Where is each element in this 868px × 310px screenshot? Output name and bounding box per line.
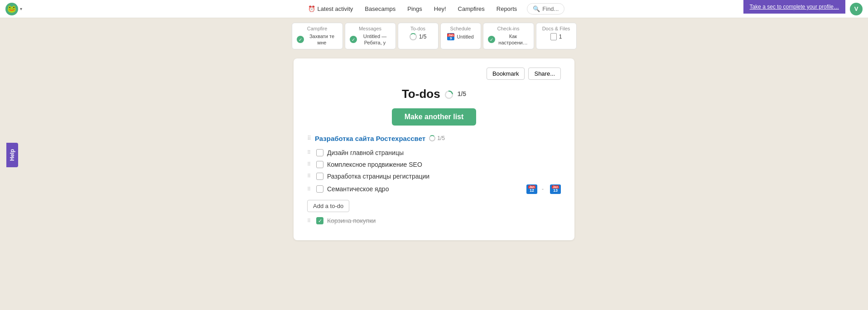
todo-checkbox-4[interactable] bbox=[316, 185, 323, 193]
todo-text-4: Семантическое ядро bbox=[327, 185, 521, 193]
list-name-link[interactable]: Разработка сайта Ростехрассвет bbox=[315, 135, 425, 142]
date-end-day: 13 bbox=[553, 189, 558, 193]
tab-todos-label: To-dos bbox=[403, 26, 434, 31]
promo-banner[interactable]: Take a sec to complete your profile… bbox=[743, 0, 845, 14]
tab-checkins[interactable]: Check-ins ✓ Как настроени… bbox=[483, 23, 534, 49]
nav-label-basecamps: Basecamps bbox=[365, 5, 395, 12]
tab-docs-label: Docs & Files bbox=[541, 26, 572, 31]
tab-messages-text: Untitled — Ребята, у bbox=[359, 33, 391, 46]
todo-item: ⠿ Семантическое ядро Jan 12 - Jan 13 bbox=[307, 182, 561, 197]
nav-label-hey: Hey! bbox=[434, 5, 446, 12]
nav-label-campfires: Campfires bbox=[458, 5, 485, 12]
todo-item: ⠿ Дизайн главной страницы bbox=[307, 147, 561, 159]
nav-item-latest-activity[interactable]: ⏰ Latest activity bbox=[304, 4, 358, 14]
tab-messages[interactable]: Messages ✓ Untitled — Ребята, у bbox=[345, 23, 396, 49]
check-icon-checkins: ✓ bbox=[488, 36, 495, 43]
todos-progress-ring bbox=[444, 89, 454, 99]
todo-list-section: ⠿ Разработка сайта Ростехрассвет 1/5 ⠿ Д… bbox=[307, 135, 561, 227]
progress-circle-todos bbox=[410, 33, 417, 40]
cal-day-schedule: 9 bbox=[450, 37, 452, 40]
avatar-letter: V bbox=[854, 5, 858, 12]
todo-drag-handle[interactable]: ⠿ bbox=[307, 150, 313, 155]
tab-messages-label: Messages bbox=[350, 26, 391, 31]
logo[interactable]: 🐸 ▾ bbox=[5, 3, 22, 15]
nav-items: ⏰ Latest activity Basecamps Pings Hey! C… bbox=[304, 3, 565, 15]
list-progress-text: 1/5 bbox=[437, 135, 445, 141]
logo-chevron: ▾ bbox=[20, 6, 22, 11]
clock-icon: ⏰ bbox=[308, 5, 315, 12]
bookmark-button[interactable]: Bookmark bbox=[487, 68, 525, 80]
tab-campfire-text: Захвати те мне bbox=[306, 33, 338, 46]
main-content: Bookmark Share... To-dos 1/5 Make anothe… bbox=[0, 49, 868, 250]
add-todo-button[interactable]: Add a to-do bbox=[307, 200, 349, 212]
tab-campfire[interactable]: Campfire ✓ Захвати те мне bbox=[292, 23, 343, 49]
tab-todos-content: 1/5 bbox=[403, 33, 434, 40]
tab-messages-content: ✓ Untitled — Ребята, у bbox=[350, 33, 391, 46]
todo-text-1: Дизайн главной страницы bbox=[327, 149, 561, 156]
nav-label-pings: Pings bbox=[407, 5, 422, 12]
todo-checkbox-1[interactable] bbox=[316, 149, 323, 156]
list-title-row: ⠿ Разработка сайта Ростехрассвет 1/5 bbox=[307, 135, 561, 142]
tab-checkins-label: Check-ins bbox=[488, 26, 529, 31]
todo-checkbox-2[interactable] bbox=[316, 161, 323, 168]
tab-campfire-label: Campfire bbox=[297, 26, 338, 31]
todo-checkbox-completed[interactable]: ✓ bbox=[316, 217, 323, 224]
todo-text-completed: Корзина покупки bbox=[327, 217, 561, 224]
project-tabs: Campfire ✓ Захвати те мне Messages ✓ Unt… bbox=[0, 18, 868, 49]
logo-icon: 🐸 bbox=[5, 3, 18, 15]
tab-schedule[interactable]: Schedule Jan 9 Untitled bbox=[440, 23, 481, 49]
tab-checkins-text: Как настроени… bbox=[497, 33, 529, 46]
todo-item-completed: ⠿ ✓ Корзина покупки bbox=[307, 215, 561, 227]
doc-icon bbox=[550, 33, 557, 40]
tab-schedule-content: Jan 9 Untitled bbox=[445, 33, 476, 40]
todo-text-3: Разработка страницы регистрации bbox=[327, 173, 561, 180]
todo-drag-handle[interactable]: ⠿ bbox=[307, 161, 313, 167]
todos-title: To-dos 1/5 bbox=[402, 87, 466, 101]
tab-docs[interactable]: Docs & Files 1 bbox=[536, 23, 577, 49]
list-progress-circle bbox=[429, 135, 435, 141]
todo-item: ⠿ Разработка страницы регистрации bbox=[307, 170, 561, 182]
date-separator: - bbox=[542, 186, 544, 192]
tab-schedule-text: Untitled bbox=[457, 34, 473, 40]
nav-label-reports: Reports bbox=[497, 5, 517, 12]
list-progress: 1/5 bbox=[429, 135, 445, 141]
tab-docs-content: 1 bbox=[541, 33, 572, 40]
tab-checkins-content: ✓ Как настроени… bbox=[488, 33, 529, 46]
nav-item-campfires[interactable]: Campfires bbox=[453, 4, 489, 14]
nav-item-pings[interactable]: Pings bbox=[403, 4, 427, 14]
date-start-day: 12 bbox=[530, 189, 534, 193]
check-icon-campfire: ✓ bbox=[297, 36, 304, 43]
search-icon: 🔍 bbox=[533, 5, 540, 12]
todos-title-text: To-dos bbox=[402, 87, 440, 101]
search-label: Find... bbox=[542, 5, 559, 12]
nav-label-latest-activity: Latest activity bbox=[318, 5, 353, 12]
top-nav: 🐸 ▾ ⏰ Latest activity Basecamps Pings He… bbox=[0, 0, 868, 18]
list-drag-handle[interactable]: ⠿ bbox=[307, 135, 311, 141]
help-tab[interactable]: Help bbox=[6, 143, 18, 167]
todo-item: ⠿ Комплексное продвижение SEO bbox=[307, 159, 561, 170]
calendar-icon-schedule: Jan 9 bbox=[447, 33, 454, 40]
todo-drag-handle[interactable]: ⠿ bbox=[307, 186, 313, 192]
todo-text-2: Комплексное продвижение SEO bbox=[327, 161, 561, 168]
tab-schedule-label: Schedule bbox=[445, 26, 476, 31]
nav-item-hey[interactable]: Hey! bbox=[429, 4, 451, 14]
promo-link[interactable]: Take a sec to complete your profile… bbox=[750, 4, 839, 10]
date-badge-end: Jan 13 bbox=[550, 184, 561, 194]
todos-progress-count: 1/5 bbox=[458, 90, 466, 97]
user-avatar[interactable]: V bbox=[850, 3, 863, 15]
make-another-list-button[interactable]: Make another list bbox=[392, 108, 477, 126]
tab-docs-count: 1 bbox=[559, 34, 562, 40]
todo-checkbox-3[interactable] bbox=[316, 173, 323, 180]
search-button[interactable]: 🔍 Find... bbox=[527, 3, 564, 15]
nav-item-basecamps[interactable]: Basecamps bbox=[360, 4, 400, 14]
nav-item-reports[interactable]: Reports bbox=[492, 4, 522, 14]
tab-todos[interactable]: To-dos 1/5 bbox=[398, 23, 439, 49]
share-button[interactable]: Share... bbox=[528, 68, 561, 80]
todo-drag-handle[interactable]: ⠿ bbox=[307, 173, 313, 179]
todos-header: To-dos 1/5 bbox=[307, 87, 561, 101]
tab-campfire-content: ✓ Захвати те мне bbox=[297, 33, 338, 46]
todo-drag-handle-completed[interactable]: ⠿ bbox=[307, 218, 313, 224]
date-badge-start: Jan 12 bbox=[526, 184, 537, 194]
help-label: Help bbox=[9, 149, 15, 161]
panel-toolbar: Bookmark Share... bbox=[307, 68, 561, 80]
